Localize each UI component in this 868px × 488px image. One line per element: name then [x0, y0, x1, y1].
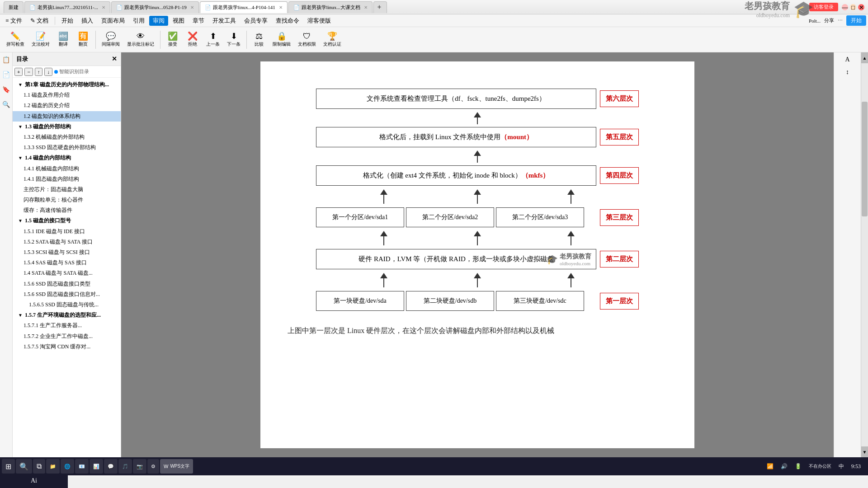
toolbar-track[interactable]: ✏️ 拼写检查	[4, 30, 27, 49]
toc-close[interactable]: ✕	[112, 55, 117, 63]
toc-item[interactable]: 1.4.1 机械磁盘内部结构	[13, 164, 121, 174]
toolbar-reject[interactable]: ❌ 拒绝	[184, 30, 202, 49]
toolbar-thesaurus[interactable]: 🔤 翻译	[54, 30, 72, 49]
menu-view[interactable]: 视图	[169, 16, 188, 26]
toc-delete[interactable]: −	[24, 68, 33, 76]
search-button[interactable]: 🔍	[16, 459, 32, 474]
toc-item-selected[interactable]: 1.2 磁盘知识的体系结构	[13, 111, 121, 122]
tab-add[interactable]: +	[373, 1, 387, 13]
menu-find[interactable]: 查找命令	[272, 16, 303, 26]
share-btn[interactable]: 分享	[824, 17, 834, 24]
toc-item[interactable]: 1.3.2 机械磁盘的外部结构	[13, 132, 121, 142]
toolbar-perm[interactable]: 🛡 文档权限	[295, 30, 319, 49]
login-btn[interactable]: 访客登录	[809, 3, 838, 11]
menu-layout[interactable]: 页面布局	[98, 16, 128, 26]
toc-item[interactable]: ▼ 1.3 磁盘的外部结构	[13, 122, 121, 132]
toc-item[interactable]: 1.4 SATA 磁盘与 SATA 磁盘...	[13, 268, 121, 278]
right-icon1[interactable]: A	[845, 56, 849, 63]
menu-file[interactable]: ≡ 文件	[2, 16, 26, 26]
menu-start[interactable]: 开始	[58, 16, 77, 26]
start-button[interactable]: ⊞	[2, 459, 15, 474]
document-page[interactable]: 文件系统查看检查管理工具（df、fsck、tune2fs、dumpe2fs） 第…	[260, 61, 694, 448]
tab-close[interactable]: ✕	[102, 5, 105, 10]
toc-item[interactable]: 1.5.3 SCSI 磁盘与 SCSI 接口	[13, 247, 121, 258]
toolbar-compare[interactable]: ⚖ 比较	[250, 30, 268, 49]
taskbar-browser[interactable]: 🌐	[61, 459, 74, 474]
toolbar-show-comments[interactable]: 👁 显示批注标记	[124, 30, 157, 49]
menu-insert[interactable]: 插入	[78, 16, 97, 26]
toolbar-prev[interactable]: ⬆ 上一条	[203, 30, 222, 49]
tray-volume[interactable]: 🔊	[779, 462, 789, 471]
tab-3-active[interactable]: 📄 跟老男孩学linux...4-P104-141 ✕	[200, 1, 288, 13]
toc-item[interactable]: 1.5.6.5 SSD 固态磁盘与传统...	[13, 300, 121, 310]
toc-item[interactable]: 1.5.7.1 生产工作服务器...	[13, 320, 121, 331]
bookmark-icon[interactable]: 🔖	[2, 86, 10, 94]
tray-ime[interactable]: 中	[837, 462, 846, 471]
taskbar-settings[interactable]: ⚙	[147, 459, 159, 474]
menu-dev[interactable]: 开发工具	[209, 16, 240, 26]
taskbar-music[interactable]: 🎵	[118, 459, 132, 474]
task-view-button[interactable]: ⧉	[33, 459, 45, 474]
scroll-down[interactable]: ▼	[861, 446, 868, 457]
tab-new[interactable]: 新建	[4, 1, 24, 13]
open-btn[interactable]: 开始	[846, 15, 866, 26]
right-icon2[interactable]: ↕	[846, 69, 849, 76]
toc-item[interactable]: 1.5.7.2 企业生产工作中磁盘...	[13, 331, 121, 342]
taskbar-excel[interactable]: 📊	[90, 459, 103, 474]
menu-vip[interactable]: 会员专享	[241, 16, 271, 26]
toolbar-restrict[interactable]: 🔒 限制编辑	[270, 30, 293, 49]
scrollbar-vertical[interactable]: ▲ ▼	[861, 52, 868, 457]
menu-review[interactable]: 审阅	[149, 16, 168, 26]
taskbar-chat[interactable]: 💬	[104, 459, 118, 474]
toc-item[interactable]: 1.5.1 IDE 磁盘与 IDE 接口	[13, 226, 121, 237]
menu-ref[interactable]: 引用	[129, 16, 148, 26]
more-btn[interactable]: ⋯	[838, 18, 843, 23]
tab-1[interactable]: 📄 老男孩Linux77...20210511-... ✕	[24, 1, 110, 13]
close-button[interactable]: ✕	[858, 4, 864, 10]
toc-item[interactable]: 1.5.2 SATA 磁盘与 SATA 接口	[13, 237, 121, 247]
taskbar-wps[interactable]: W WPS文字	[160, 459, 193, 474]
toc-item[interactable]: 1.5.7.5 淘宝网 CDN 缓存对...	[13, 342, 121, 352]
taskbar-explorer[interactable]: 📁	[46, 459, 60, 474]
tray-network[interactable]: 📶	[765, 462, 775, 471]
menu-chapter[interactable]: 章节	[189, 16, 208, 26]
nav-icon[interactable]: 📋	[2, 56, 10, 64]
search-sidebar-icon[interactable]: 🔍	[2, 101, 10, 108]
tray-battery[interactable]: 🔋	[793, 462, 803, 471]
tab-4[interactable]: 📄 跟老男孩学linux...大课文档 ✕	[288, 1, 373, 13]
tab-2[interactable]: 📄 跟老男孩学linux...0528-P1-19 ✕	[111, 1, 199, 13]
toc-item[interactable]: 1.5.4 SAS 磁盘与 SAS 接口	[13, 258, 121, 268]
toc-item[interactable]: 1.1 磁盘及作用介绍	[13, 90, 121, 100]
toc-item[interactable]: ▼ 第1章 磁盘历史的内外部物理结构...	[13, 80, 121, 90]
toc-item[interactable]: 1.4.1 固态磁盘内部结构	[13, 174, 121, 184]
minimize-button[interactable]: —	[842, 4, 848, 10]
scroll-track[interactable]	[861, 63, 868, 446]
ai-label[interactable]: Ai	[31, 477, 37, 484]
tab-close[interactable]: ✕	[364, 5, 368, 10]
toc-item[interactable]: 1.5.6 SSD 固态磁盘接口类型	[13, 279, 121, 289]
maximize-button[interactable]: □	[850, 4, 856, 10]
toc-item[interactable]: ▼ 1.4 磁盘的内部结构	[13, 153, 121, 163]
toc-item[interactable]: 缓存：高速传输器件	[13, 205, 121, 216]
toc-item[interactable]: 1.2 磁盘的历史介绍	[13, 100, 121, 111]
toc-up[interactable]: ↑	[35, 68, 43, 76]
menu-promo[interactable]: 溶客便版	[304, 16, 335, 26]
toc-down[interactable]: ↓	[44, 68, 52, 76]
toc-item[interactable]: ▼ 1.5.7 生产环境磁盘的选型和应...	[13, 310, 121, 320]
toolbar-next[interactable]: ⬇ 下一条	[224, 30, 243, 49]
taskbar-camera[interactable]: 📷	[133, 459, 146, 474]
toc-item[interactable]: 1.5.6 SSD 固态磁盘接口信息对...	[13, 289, 121, 300]
toolbar-translate[interactable]: 🈶 翻页	[74, 30, 92, 49]
toolbar-comment[interactable]: 💬 间隔审阅	[99, 30, 123, 49]
toolbar-word[interactable]: 📝 文法校对	[29, 30, 52, 49]
tab-close[interactable]: ✕	[190, 5, 194, 10]
pages-icon[interactable]: 📄	[2, 71, 10, 79]
toc-item[interactable]: 1.3.3 SSD 固态硬盘的外部结构	[13, 142, 121, 153]
toc-add[interactable]: +	[14, 68, 23, 76]
toolbar-accept[interactable]: ✅ 接受	[164, 30, 182, 49]
toc-item[interactable]: 主控芯片：固态磁盘大脑	[13, 184, 121, 195]
toc-item[interactable]: 闪存颗粒单元：核心器件	[13, 195, 121, 205]
scroll-up[interactable]: ▲	[861, 52, 868, 63]
toc-item[interactable]: ▼ 1.5 磁盘的接口型号	[13, 216, 121, 226]
menu-edit[interactable]: ✎ 文档	[27, 16, 52, 26]
